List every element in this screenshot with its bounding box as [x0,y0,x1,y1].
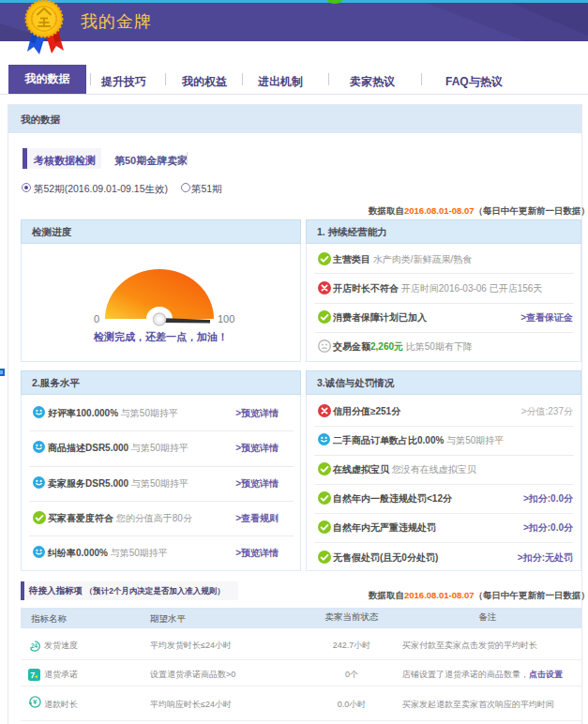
svg-text:¥: ¥ [33,698,38,706]
svg-text:24: 24 [31,642,38,649]
svg-text:7: 7 [30,671,35,680]
svg-text:100: 100 [218,313,234,324]
svg-text:0: 0 [94,313,99,324]
